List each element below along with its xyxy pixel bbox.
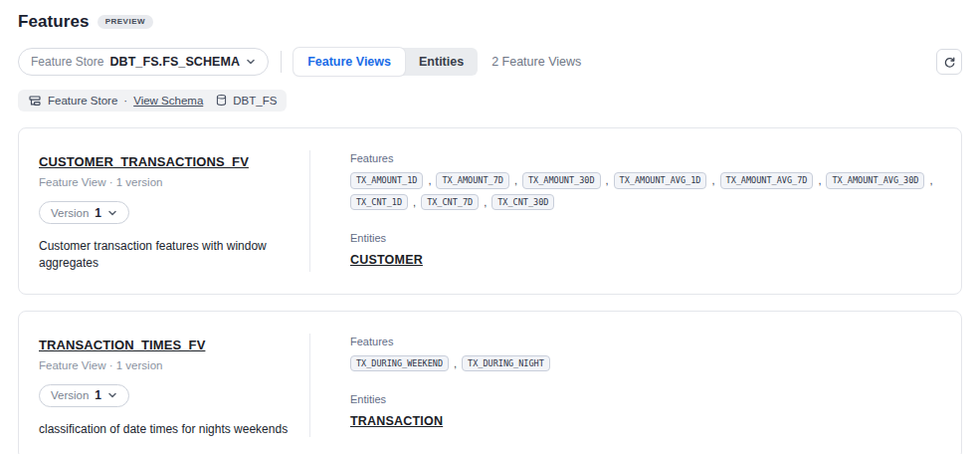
view-schema-link[interactable]: View Schema <box>133 95 203 107</box>
card-left-column: CUSTOMER_TRANSACTIONS_FV Feature View · … <box>39 150 309 272</box>
breadcrumb-feature-store-text: Feature Store <box>48 95 117 107</box>
feature-store-icon <box>28 94 42 108</box>
feature-view-title-link[interactable]: TRANSACTION_TIMES_FV <box>39 338 205 352</box>
entity-link-transaction[interactable]: TRANSACTION <box>350 414 443 428</box>
version-value: 1 <box>95 388 101 402</box>
refresh-button[interactable] <box>936 49 962 75</box>
feature-view-description: classification of date times for nights … <box>39 421 309 438</box>
feature-chip: TX_DURING_NIGHT <box>462 355 550 372</box>
feature-view-card-transaction-times: TRANSACTION_TIMES_FV Feature View · 1 ve… <box>18 311 962 454</box>
feature-chip: TX_AMOUNT_AVG_7D <box>720 172 814 189</box>
entities-section-label: Entities <box>350 393 941 405</box>
page-header: Features PREVIEW <box>18 12 962 32</box>
features-chip-list: TX_DURING_WEEKEND,TX_DURING_NIGHT <box>350 355 941 372</box>
chevron-down-icon <box>246 57 256 67</box>
version-label: Version <box>51 389 89 401</box>
entities-section-label: Entities <box>350 232 941 244</box>
feature-store-selector[interactable]: Feature Store DBT_FS.FS_SCHEMA <box>18 48 269 76</box>
features-page: Features PREVIEW Feature Store DBT_FS.FS… <box>0 0 980 454</box>
comma-separator: , <box>818 174 821 186</box>
feature-chip: TX_CNT_7D <box>421 194 479 211</box>
entities-section: Entities CUSTOMER <box>350 232 941 268</box>
feature-view-subtitle: Feature View · 1 version <box>39 359 309 371</box>
comma-separator: , <box>929 174 932 186</box>
feature-store-selector-value: DBT_FS.FS_SCHEMA <box>109 55 240 69</box>
version-label: Version <box>51 207 89 219</box>
page-title: Features <box>18 12 90 32</box>
card-right-column: Features TX_AMOUNT_1D,TX_AMOUNT_7D,TX_AM… <box>330 150 941 272</box>
feature-view-subtitle: Feature View · 1 version <box>39 176 309 188</box>
comma-separator: , <box>514 174 517 186</box>
card-divider <box>309 150 310 272</box>
feature-chip: TX_DURING_WEEKEND <box>350 355 449 372</box>
feature-chip: TX_AMOUNT_AVG_1D <box>614 172 707 189</box>
comma-separator: , <box>484 196 487 208</box>
feature-chip: TX_AMOUNT_7D <box>436 172 508 189</box>
comma-separator: , <box>454 357 457 369</box>
view-tabs: Feature Views Entities <box>294 48 478 76</box>
card-left-column: TRANSACTION_TIMES_FV Feature View · 1 ve… <box>39 334 309 438</box>
tab-feature-views[interactable]: Feature Views <box>294 48 405 76</box>
entity-link-customer[interactable]: CUSTOMER <box>350 253 423 267</box>
breadcrumb-database-name: DBT_FS <box>233 95 277 107</box>
comma-separator: , <box>428 174 431 186</box>
feature-view-description: Customer transaction features with windo… <box>39 238 309 272</box>
features-chip-list: TX_AMOUNT_1D,TX_AMOUNT_7D,TX_AMOUNT_30D,… <box>350 172 941 210</box>
chevron-down-icon <box>107 390 117 400</box>
tab-entities[interactable]: Entities <box>405 48 478 76</box>
version-value: 1 <box>95 206 101 220</box>
preview-badge: PREVIEW <box>98 15 153 29</box>
feature-chip: TX_CNT_30D <box>491 194 554 211</box>
feature-views-count: 2 Feature Views <box>491 55 581 69</box>
feature-view-card-customer-transactions: CUSTOMER_TRANSACTIONS_FV Feature View · … <box>18 127 962 295</box>
features-section-label: Features <box>350 336 941 347</box>
feature-chip: TX_AMOUNT_AVG_30D <box>826 172 924 189</box>
version-dropdown[interactable]: Version 1 <box>39 384 129 407</box>
version-dropdown[interactable]: Version 1 <box>39 201 129 224</box>
comma-separator: , <box>711 174 714 186</box>
feature-view-title-link[interactable]: CUSTOMER_TRANSACTIONS_FV <box>39 154 249 169</box>
toolbar-divider <box>281 51 282 73</box>
breadcrumb-database: DBT_FS <box>215 94 277 108</box>
chevron-down-icon <box>107 208 117 218</box>
card-right-column: Features TX_DURING_WEEKEND,TX_DURING_NIG… <box>330 334 941 438</box>
toolbar: Feature Store DBT_FS.FS_SCHEMA Feature V… <box>18 48 962 76</box>
comma-separator: , <box>606 174 609 186</box>
comma-separator: , <box>413 196 416 208</box>
breadcrumb: Feature Store · View Schema DBT_FS <box>18 90 287 112</box>
entities-section: Entities TRANSACTION <box>350 393 941 429</box>
feature-store-selector-label: Feature Store <box>31 55 103 69</box>
features-section-label: Features <box>350 152 941 164</box>
card-divider <box>309 334 310 438</box>
feature-chip: TX_AMOUNT_30D <box>522 172 601 189</box>
refresh-icon <box>943 56 956 69</box>
breadcrumb-separator: · <box>123 95 127 107</box>
feature-chip: TX_AMOUNT_1D <box>350 172 423 189</box>
feature-chip: TX_CNT_1D <box>350 194 408 211</box>
database-icon <box>215 94 229 108</box>
